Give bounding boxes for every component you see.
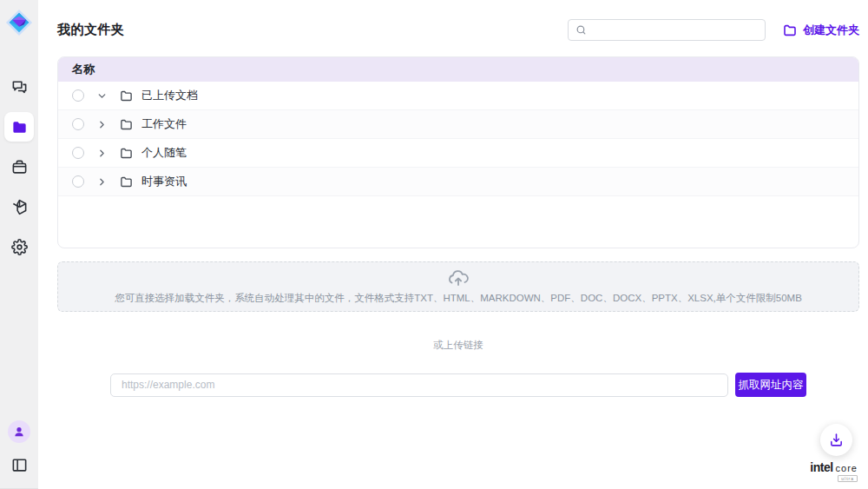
folder-row-list: 已上传文档工作文件个人随笔时事资讯 bbox=[58, 82, 858, 196]
sidebar-item-folders[interactable] bbox=[4, 112, 34, 142]
row-checkbox[interactable] bbox=[72, 118, 84, 130]
sidebar-item-workspace[interactable] bbox=[4, 152, 34, 182]
search-icon bbox=[575, 24, 587, 36]
or-upload-link-label: 或上传链接 bbox=[57, 339, 859, 352]
url-input[interactable] bbox=[110, 373, 728, 397]
row-checkbox[interactable] bbox=[72, 147, 84, 159]
chevron-right-icon[interactable] bbox=[96, 176, 108, 188]
sidebar-item-settings[interactable] bbox=[4, 232, 34, 261]
link-upload-row: 抓取网址内容 bbox=[57, 373, 859, 397]
sidebar-item-chat[interactable] bbox=[4, 72, 34, 102]
download-icon bbox=[829, 433, 844, 447]
folder-row[interactable]: 时事资讯 bbox=[58, 168, 858, 196]
download-fab-button[interactable] bbox=[820, 424, 852, 456]
folder-row[interactable]: 个人随笔 bbox=[58, 139, 858, 168]
user-icon bbox=[13, 426, 25, 438]
chevron-right-icon[interactable] bbox=[96, 119, 108, 130]
fetch-url-button[interactable]: 抓取网址内容 bbox=[735, 373, 806, 397]
folder-icon bbox=[120, 118, 133, 131]
upload-dropzone[interactable]: 您可直接选择加载文件夹，系统自动处理其中的文件，文件格式支持TXT、HTML、M… bbox=[57, 261, 859, 312]
row-checkbox[interactable] bbox=[72, 175, 84, 188]
folder-row[interactable]: 工作文件 bbox=[58, 110, 858, 139]
folder-table: 名称 已上传文档工作文件个人随笔时事资讯 bbox=[57, 56, 859, 248]
folder-plus-icon bbox=[783, 23, 797, 37]
folder-icon bbox=[11, 119, 28, 135]
folder-icon bbox=[120, 175, 133, 188]
user-avatar[interactable] bbox=[8, 420, 30, 443]
core-text: core bbox=[836, 463, 858, 473]
create-folder-button[interactable]: 创建文件夹 bbox=[783, 23, 859, 38]
cloud-upload-icon bbox=[448, 268, 469, 289]
page-title: 我的文件夹 bbox=[57, 22, 125, 38]
folder-icon bbox=[120, 147, 133, 160]
app-logo bbox=[4, 8, 34, 37]
folder-name: 已上传文档 bbox=[141, 88, 198, 103]
main-content: 我的文件夹 创建文件夹 名称 已上传文档工作文件个人随笔时事资讯 bbox=[38, 0, 868, 489]
row-checkbox[interactable] bbox=[72, 89, 84, 102]
page-header: 我的文件夹 创建文件夹 bbox=[57, 18, 859, 42]
folder-name: 工作文件 bbox=[141, 116, 187, 132]
folder-name: 个人随笔 bbox=[141, 145, 187, 161]
create-folder-label: 创建文件夹 bbox=[803, 23, 859, 38]
intel-core-logo: intel core ultra bbox=[810, 460, 858, 482]
sidebar bbox=[0, 0, 38, 489]
upload-hint-text: 您可直接选择加载文件夹，系统自动处理其中的文件，文件格式支持TXT、HTML、M… bbox=[115, 292, 802, 305]
search-box[interactable] bbox=[568, 19, 766, 41]
sidebar-item-models[interactable] bbox=[4, 192, 34, 221]
chevron-right-icon[interactable] bbox=[96, 148, 108, 159]
intel-text: intel bbox=[810, 460, 832, 474]
column-name-header: 名称 bbox=[72, 62, 95, 77]
chevron-down-icon[interactable] bbox=[96, 90, 108, 102]
table-header: 名称 bbox=[58, 57, 858, 82]
folder-icon bbox=[120, 89, 133, 102]
search-input[interactable] bbox=[592, 24, 758, 36]
chat-icon bbox=[11, 79, 28, 96]
folder-name: 时事资讯 bbox=[141, 174, 187, 189]
cube-icon bbox=[11, 199, 28, 215]
gear-icon bbox=[11, 239, 28, 255]
folder-row[interactable]: 已上传文档 bbox=[58, 82, 858, 110]
briefcase-icon bbox=[11, 159, 28, 175]
ultra-badge: ultra bbox=[838, 475, 858, 482]
layout-toggle-icon[interactable] bbox=[10, 455, 29, 474]
